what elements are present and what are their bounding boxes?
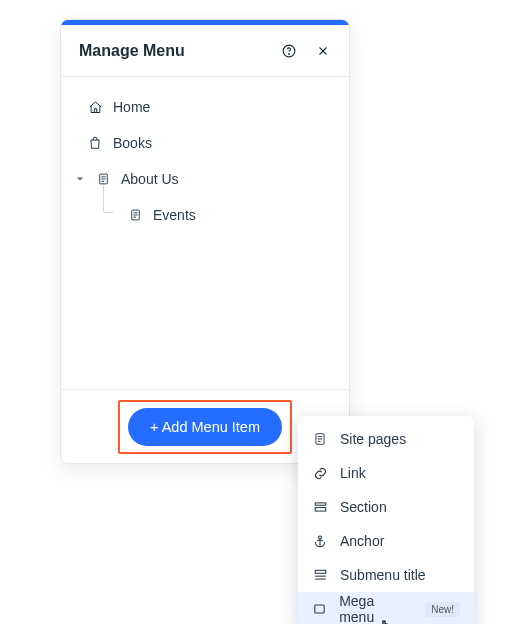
help-icon[interactable] (281, 43, 297, 59)
panel-header: Manage Menu (61, 25, 349, 77)
popup-item-section[interactable]: Section (298, 490, 474, 524)
svg-rect-21 (315, 570, 326, 573)
tree-item-label: Books (113, 135, 152, 151)
popup-item-anchor[interactable]: Anchor (298, 524, 474, 558)
popup-item-submenu-title[interactable]: Submenu title (298, 558, 474, 592)
link-icon (312, 465, 328, 481)
section-icon (312, 499, 328, 515)
popup-item-mega-menu[interactable]: Mega menu New! (298, 592, 474, 624)
home-icon (87, 99, 103, 115)
svg-point-18 (319, 535, 322, 538)
tree-item-home[interactable]: Home (75, 89, 335, 125)
svg-point-1 (289, 53, 290, 54)
svg-rect-24 (315, 605, 324, 613)
popup-item-site-pages[interactable]: Site pages (298, 422, 474, 456)
popup-item-label: Site pages (340, 431, 406, 447)
tree-item-about-us[interactable]: About Us (75, 161, 335, 197)
tree-item-books[interactable]: Books (75, 125, 335, 161)
popup-item-link[interactable]: Link (298, 456, 474, 490)
panel-title: Manage Menu (79, 42, 185, 60)
add-item-popup: Site pages Link Section Anchor (298, 416, 474, 624)
anchor-icon (312, 533, 328, 549)
new-badge: New! (425, 602, 460, 617)
popup-item-label: Anchor (340, 533, 384, 549)
caret-down-icon[interactable] (75, 175, 85, 183)
close-icon[interactable] (315, 43, 331, 59)
subtitle-icon (312, 567, 328, 583)
tree-item-label: About Us (121, 171, 179, 187)
tree-item-events[interactable]: Events (75, 197, 335, 233)
page-icon (127, 207, 143, 223)
popup-item-label: Section (340, 499, 387, 515)
tutorial-highlight: + Add Menu Item (118, 400, 292, 454)
svg-rect-16 (315, 503, 326, 505)
add-menu-item-button[interactable]: + Add Menu Item (128, 408, 282, 446)
page-icon (312, 431, 328, 447)
rectangle-icon (312, 601, 327, 617)
tree-item-label: Home (113, 99, 150, 115)
popup-item-label: Mega menu (339, 593, 409, 624)
tree-connector (103, 185, 113, 213)
popup-item-label: Submenu title (340, 567, 426, 583)
header-actions (281, 43, 331, 59)
manage-menu-panel: Manage Menu Home (60, 19, 350, 464)
shopping-bag-icon (87, 135, 103, 151)
svg-rect-17 (315, 508, 326, 512)
menu-tree: Home Books About Us (61, 77, 349, 389)
popup-item-label: Link (340, 465, 366, 481)
tree-item-label: Events (153, 207, 196, 223)
